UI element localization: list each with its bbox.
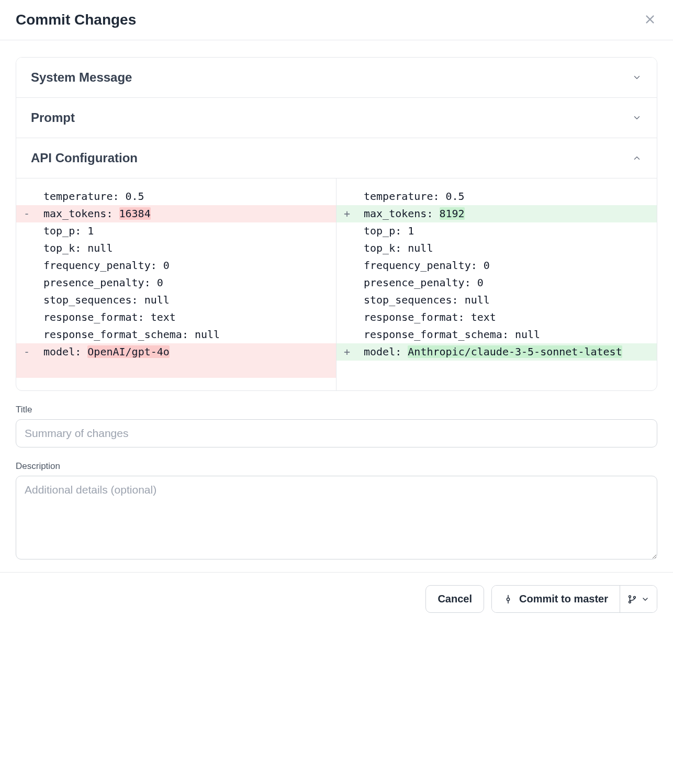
title-label: Title: [16, 405, 657, 415]
diff-line: stop_sequences: null: [16, 292, 336, 309]
diff-text: model: OpenAI/gpt-4o: [43, 343, 324, 361]
diff-line: response_format: text: [336, 309, 657, 326]
diff-text: response_format_schema: null: [364, 326, 645, 343]
diff-line: +max_tokens: 8192: [336, 205, 657, 222]
diff-sign: [16, 188, 37, 205]
diff-text: frequency_penalty: 0: [43, 257, 324, 274]
diff-text: stop_sequences: null: [43, 292, 324, 309]
diff-removed-token: 16384: [119, 207, 151, 220]
section-prompt: Prompt: [16, 98, 657, 138]
diff-line: top_k: null: [16, 240, 336, 257]
diff-text: temperature: 0.5: [43, 188, 324, 205]
chevron-up-icon: [632, 153, 642, 163]
diff-line: response_format_schema: null: [16, 326, 336, 343]
diff-sign: +: [336, 343, 357, 361]
chevron-down-icon: [632, 113, 642, 123]
section-title: System Message: [31, 70, 132, 85]
git-branch-icon: [627, 595, 637, 604]
git-commit-icon: [503, 595, 513, 604]
diff-sign: [336, 222, 357, 240]
diff-text: max_tokens: 16384: [43, 205, 324, 222]
diff-text: top_p: 1: [364, 222, 645, 240]
diff-column-new: temperature: 0.5+max_tokens: 8192 top_p:…: [336, 178, 657, 390]
dialog-body: System Message Prompt API Configuration: [0, 40, 673, 572]
description-label: Description: [16, 461, 657, 472]
diff-text: [43, 361, 324, 378]
diff-sign: [336, 274, 357, 292]
diff-text: response_format: text: [364, 309, 645, 326]
diff-line: stop_sequences: null: [336, 292, 657, 309]
diff-text: presence_penalty: 0: [364, 274, 645, 292]
svg-point-2: [507, 598, 509, 600]
diff-sign: [16, 274, 37, 292]
diff-line: temperature: 0.5: [336, 188, 657, 205]
diff-sign: -: [16, 205, 37, 222]
diff-sign: [16, 257, 37, 274]
diff-line: top_p: 1: [336, 222, 657, 240]
diff-text: response_format: text: [43, 309, 324, 326]
diff-sign: [16, 292, 37, 309]
diff-line: [16, 361, 336, 378]
diff-line: response_format: text: [16, 309, 336, 326]
section-api-configuration: API Configuration temperature: 0.5-max_t…: [16, 138, 657, 390]
dialog-header: Commit Changes: [0, 0, 673, 40]
diff-line: top_p: 1: [16, 222, 336, 240]
diff-text: presence_penalty: 0: [43, 274, 324, 292]
dialog-footer: Cancel Commit to master: [0, 572, 673, 634]
section-title: API Configuration: [31, 151, 138, 165]
diff-sign: +: [336, 205, 357, 222]
diff-line: presence_penalty: 0: [16, 274, 336, 292]
diff-sign: [336, 326, 357, 343]
diff-text: model: Anthropic/claude-3-5-sonnet-lates…: [364, 343, 645, 361]
section-header-system-message[interactable]: System Message: [16, 58, 657, 97]
diff-line: frequency_penalty: 0: [16, 257, 336, 274]
chevron-down-icon: [632, 72, 642, 83]
diff-text: top_k: null: [43, 240, 324, 257]
diff-text: top_k: null: [364, 240, 645, 257]
diff-sign: [336, 257, 357, 274]
diff-sign: [336, 292, 357, 309]
chevron-down-icon: [641, 595, 649, 603]
diff-line: presence_penalty: 0: [336, 274, 657, 292]
dialog-title: Commit Changes: [16, 12, 136, 28]
diff-text: max_tokens: 8192: [364, 205, 645, 222]
commit-dropdown-button[interactable]: [620, 586, 657, 612]
diff-line: -max_tokens: 16384: [16, 205, 336, 222]
close-button[interactable]: [643, 13, 657, 27]
description-field-group: Description: [16, 461, 657, 562]
section-header-prompt[interactable]: Prompt: [16, 98, 657, 138]
section-header-api-configuration[interactable]: API Configuration: [16, 138, 657, 178]
diff-text: frequency_penalty: 0: [364, 257, 645, 274]
diff-removed-token: OpenAI/gpt-4o: [87, 345, 170, 358]
description-input[interactable]: [16, 476, 657, 559]
commit-button-label: Commit to master: [519, 593, 608, 605]
diff-sign: [16, 240, 37, 257]
cancel-button[interactable]: Cancel: [425, 585, 484, 613]
diff-column-old: temperature: 0.5-max_tokens: 16384 top_p…: [16, 178, 336, 390]
cancel-button-label: Cancel: [438, 593, 472, 605]
diff-line: -model: OpenAI/gpt-4o: [16, 343, 336, 361]
diff-sign: [16, 309, 37, 326]
diff-line: +model: Anthropic/claude-3-5-sonnet-late…: [336, 343, 657, 361]
diff-text: temperature: 0.5: [364, 188, 645, 205]
diff-line: temperature: 0.5: [16, 188, 336, 205]
diff-sign: [336, 240, 357, 257]
diff-line: response_format_schema: null: [336, 326, 657, 343]
section-title: Prompt: [31, 110, 75, 125]
diff-added-token: Anthropic/claude-3-5-sonnet-latest: [408, 345, 622, 358]
commit-split-button: Commit to master: [491, 585, 657, 613]
diff-sign: [16, 326, 37, 343]
changes-accordion: System Message Prompt API Configuration: [16, 57, 657, 391]
diff-sign: [336, 309, 357, 326]
diff-sign: [336, 188, 357, 205]
diff-added-token: 8192: [440, 207, 465, 220]
diff-line: top_k: null: [336, 240, 657, 257]
close-icon: [644, 14, 656, 27]
commit-changes-dialog: Commit Changes System Message: [0, 0, 673, 634]
diff-line: frequency_penalty: 0: [336, 257, 657, 274]
diff-sign: [16, 361, 37, 378]
diff-sign: -: [16, 343, 37, 361]
commit-button[interactable]: Commit to master: [492, 586, 620, 612]
title-input[interactable]: [16, 419, 657, 447]
diff-text: response_format_schema: null: [43, 326, 324, 343]
